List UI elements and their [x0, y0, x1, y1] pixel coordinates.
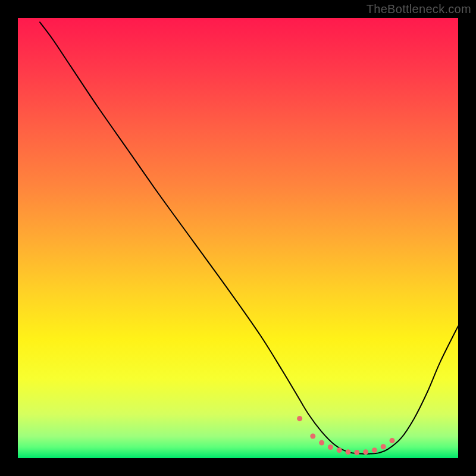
- highlight-dot: [346, 449, 351, 455]
- highlight-dot: [328, 444, 333, 450]
- highlight-dot: [319, 440, 324, 446]
- highlight-dot: [297, 416, 302, 421]
- highlight-dot: [381, 444, 386, 449]
- highlight-dot: [337, 447, 342, 453]
- bottleneck-chart: [0, 0, 476, 476]
- highlight-dot: [354, 450, 359, 455]
- plot-background: [18, 18, 458, 458]
- chart-container: TheBottleneck.com: [0, 0, 476, 476]
- highlight-dot: [372, 447, 377, 453]
- highlight-dot: [390, 438, 395, 443]
- highlight-dot: [363, 449, 368, 455]
- watermark-text: TheBottleneck.com: [367, 2, 471, 16]
- highlight-dot: [310, 434, 315, 439]
